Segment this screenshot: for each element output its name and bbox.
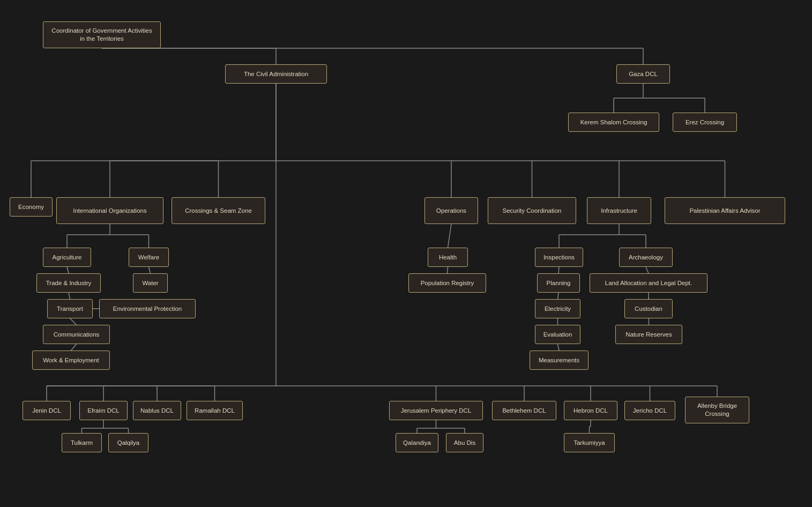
node-electricity: Electricity — [535, 299, 580, 318]
node-crossings: Crossings & Seam Zone — [172, 197, 265, 224]
node-intl_org: International Organizations — [56, 197, 163, 224]
node-economy: Economy — [10, 197, 53, 217]
node-civil_admin: The Civil Administration — [225, 64, 327, 84]
node-allenby: Allenby Bridge Crossing — [685, 397, 749, 423]
node-nature_res: Nature Reserves — [615, 325, 682, 344]
node-tulkarm: Tulkarm — [62, 433, 102, 452]
node-jenin: Jenin DCL — [23, 401, 71, 420]
node-pal_affairs: Palestinian Affairs Advisor — [665, 197, 785, 224]
node-comms: Communications — [43, 325, 110, 344]
node-qalandiya: Qalandiya — [396, 433, 438, 452]
node-pop_reg: Population Registry — [408, 273, 486, 293]
svg-line-29 — [70, 318, 77, 325]
node-health: Health — [428, 248, 468, 267]
node-operations: Operations — [424, 197, 478, 224]
node-planning: Planning — [537, 273, 580, 293]
node-trade: Trade & Industry — [36, 273, 101, 293]
svg-line-41 — [558, 293, 559, 299]
node-inspections: Inspections — [535, 248, 583, 267]
svg-line-30 — [71, 344, 77, 351]
node-jericho: Jericho DCL — [624, 401, 675, 420]
node-hebron: Hebron DCL — [564, 401, 617, 420]
svg-line-43 — [558, 344, 560, 351]
node-efraim: Efraim DCL — [79, 401, 128, 420]
node-gaza_dcl: Gaza DCL — [616, 64, 670, 84]
node-coordinator: Coordinator of Government Activities in … — [43, 21, 161, 48]
svg-line-27 — [67, 267, 69, 273]
node-jerusalem_per: Jerusalem Periphery DCL — [389, 401, 483, 420]
svg-line-34 — [448, 224, 452, 248]
svg-line-31 — [149, 267, 151, 273]
node-tarkumiyya: Tarkumiyya — [564, 433, 615, 452]
node-water: Water — [133, 273, 168, 293]
node-infrastructure: Infrastructure — [587, 197, 651, 224]
node-archaeology: Archaeology — [619, 248, 673, 267]
node-qalqilya: Qalqilya — [108, 433, 148, 452]
node-ramallah: Ramallah DCL — [187, 401, 243, 420]
node-work_emp: Work & Employment — [32, 351, 110, 370]
node-evaluation: Evaluation — [535, 325, 580, 344]
node-env_prot: Environmental Protection — [99, 299, 196, 318]
svg-line-35 — [448, 267, 448, 273]
org-chart: Coordinator of Government Activities in … — [0, 0, 812, 507]
node-kerem_shalom: Kerem Shalom Crossing — [568, 113, 659, 132]
node-abu_dis: Abu Dis — [446, 433, 483, 452]
node-land_alloc: Land Allocation and Legal Dept. — [590, 273, 707, 293]
node-erez: Erez Crossing — [673, 113, 737, 132]
node-measurements: Measurements — [530, 351, 588, 370]
node-transport: Transport — [47, 299, 93, 318]
node-nablus: Nablus DCL — [133, 401, 181, 420]
svg-line-44 — [646, 267, 649, 273]
node-security_coord: Security Coordination — [488, 197, 576, 224]
svg-line-40 — [558, 267, 559, 273]
node-bethlehem: Bethlehem DCL — [492, 401, 556, 420]
node-welfare: Welfare — [129, 248, 169, 267]
node-agriculture: Agriculture — [43, 248, 91, 267]
svg-line-28 — [69, 293, 70, 299]
node-custodian: Custodian — [624, 299, 673, 318]
